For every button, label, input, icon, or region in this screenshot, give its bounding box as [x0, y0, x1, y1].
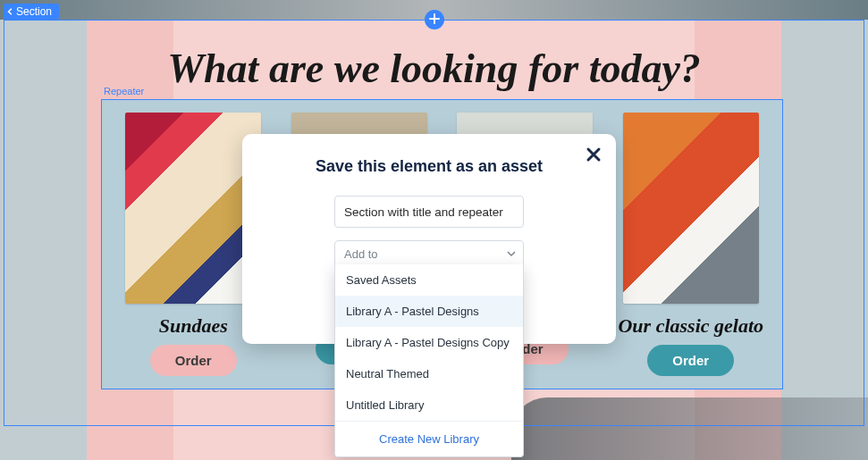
- section-tag[interactable]: Section: [4, 4, 59, 20]
- plus-icon: [429, 12, 440, 28]
- dropdown-item[interactable]: Untitled Library: [335, 389, 523, 421]
- dropdown-item[interactable]: Neutral Themed: [335, 358, 523, 389]
- chevron-left-icon: [7, 5, 14, 18]
- product-title: Sundaes: [159, 314, 228, 338]
- modal-title: Save this element as an asset: [265, 157, 593, 176]
- asset-name-input[interactable]: [334, 196, 524, 228]
- product-image: [623, 113, 759, 304]
- order-button[interactable]: Order: [150, 345, 237, 376]
- create-new-library[interactable]: Create New Library: [335, 421, 523, 456]
- section-tag-label: Section: [16, 5, 52, 18]
- modal-close-button[interactable]: [586, 146, 602, 166]
- add-to-dropdown: Saved Assets Library A - Pastel Designs …: [334, 264, 524, 457]
- dropdown-item[interactable]: Saved Assets: [335, 264, 523, 296]
- add-to-select[interactable]: Add to: [334, 240, 524, 267]
- dropdown-item[interactable]: Library A - Pastel Designs: [335, 296, 523, 327]
- dropdown-item[interactable]: Library A - Pastel Designs Copy: [335, 327, 523, 358]
- repeater-label: Repeater: [104, 86, 144, 96]
- product-title: Our classic gelato: [618, 314, 763, 338]
- product-image: [125, 113, 261, 304]
- close-icon: [586, 150, 602, 165]
- add-element-button[interactable]: [425, 10, 444, 29]
- order-button[interactable]: Order: [647, 345, 734, 376]
- add-to-placeholder: Add to: [344, 247, 378, 261]
- product-card: Our classic gelato Order: [616, 113, 767, 376]
